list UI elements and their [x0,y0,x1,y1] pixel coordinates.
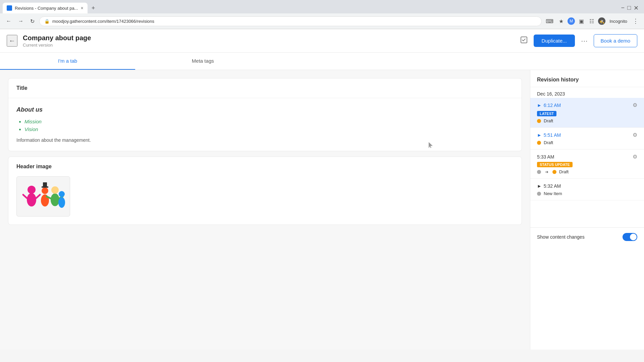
status-dot-1 [537,119,541,123]
revision-status-1: Draft [537,118,637,123]
svg-point-2 [28,186,36,194]
back-nav-button[interactable]: ← [7,35,17,47]
revision-time-1[interactable]: ► 6:12 AM [537,103,561,108]
revision-status-4: New Item [537,191,637,196]
status-update-badge: STATUS UPDATE [537,162,573,167]
svg-point-10 [51,186,59,194]
tab-meta-tags[interactable]: Meta tags [135,53,270,70]
image-area [8,176,522,225]
tab-im-a-tab[interactable]: I'm a tab [0,53,135,70]
lock-icon: 🔒 [44,19,50,24]
task-icon-button[interactable] [518,34,530,47]
header-image-card: Header image [8,157,522,225]
restore-button[interactable]: □ [627,4,631,12]
browser-chrome: Revisions - Company about pa... × + − □ … [0,0,644,29]
svg-point-9 [51,193,59,206]
gear-icon-2[interactable]: ⚙ [633,132,637,138]
toggle-track [623,233,637,241]
show-changes-row: Show content changes [530,227,644,246]
latest-badge: LATEST [537,111,556,116]
chevron-right-icon-4: ► [537,183,542,189]
header-actions: Duplicate... ⋯ Book a demo [518,34,637,47]
svg-point-1 [27,193,36,206]
status-from-dot-3 [537,170,541,174]
more-options-button[interactable]: ⋯ [579,35,590,47]
revision-time-2[interactable]: ► 5:51 AM [537,132,561,138]
revision-row-4: ► 5:32 AM ⚙ [537,183,637,189]
revision-row-1: ► 6:12 AM ⚙ [537,102,637,108]
revision-badge-3: STATUS UPDATE [537,162,637,167]
address-bar[interactable]: 🔒 moodjoy.gathercontent.com/item/1742306… [39,16,542,26]
url-text: moodjoy.gathercontent.com/item/17423066/… [52,19,154,24]
minimize-button[interactable]: − [621,4,625,12]
status-to-dot-3 [552,170,556,174]
about-us-heading: About us [16,106,514,113]
forward-button[interactable]: → [16,17,25,25]
list-item-vision: Vision [24,126,514,132]
svg-point-6 [42,187,48,194]
status-dot-4 [537,192,541,196]
revision-item-4: ► 5:32 AM ⚙ New Item [530,179,644,200]
revision-meta-1: LATEST [537,111,637,116]
svg-line-3 [23,195,27,198]
page-title-area: Company about page Current version [23,34,513,48]
revision-row-3: 5:33 AM ⚙ [537,154,637,160]
app-tabs: I'm a tab Meta tags [0,53,644,70]
new-tab-button[interactable]: + [89,3,98,13]
revision-date: Dec 16, 2023 [530,87,644,98]
svg-point-14 [59,191,65,197]
revision-status-3: ➔ Draft [537,169,637,174]
tab-close-button[interactable]: × [81,5,84,11]
gear-icon-1[interactable]: ⚙ [633,102,637,108]
bookmark-icon[interactable]: ★ [557,17,565,26]
about-us-body: About us Mission Vision Information abou… [8,98,522,151]
tab-title: Revisions - Company about pa... [15,6,78,11]
app-header: ← Company about page Current version Dup… [0,29,644,53]
show-changes-toggle[interactable] [623,233,637,241]
management-text: Information about the management. [16,137,514,143]
status-label-1: Draft [544,118,553,123]
arrow-right-icon: ➔ [545,170,548,174]
menu-icon[interactable]: ⋮ [631,16,640,26]
title-card: Title About us Mission Vision Informatio… [8,78,522,151]
back-button[interactable]: ← [4,17,13,25]
revision-item-1: ► 6:12 AM ⚙ LATEST Draft [530,98,644,128]
revision-sidebar: Revision history Dec 16, 2023 ► 6:12 AM … [530,70,644,350]
show-changes-label: Show content changes [537,234,585,240]
chevron-right-icon-2: ► [537,132,542,138]
incognito-label: Incognito [608,17,629,25]
revision-status-2: Draft [537,140,637,145]
chevron-right-icon-1: ► [537,103,542,108]
sidebar-toggle-icon[interactable]: ☷ [588,17,595,26]
status-label-3: Draft [559,169,569,174]
svg-point-13 [58,197,65,208]
svg-rect-8 [43,182,47,187]
browser-tabs: Revisions - Company about pa... × + − □ … [0,0,644,13]
image-figures [20,180,67,213]
about-us-list: Mission Vision [24,119,514,132]
extensions-puzzle-icon[interactable]: ▣ [578,17,585,26]
gear-icon-3[interactable]: ⚙ [633,154,637,160]
incognito-icon[interactable]: 🕵 [598,17,605,25]
book-demo-button[interactable]: Book a demo [594,34,637,47]
extensions-icon[interactable]: ⌨ [544,17,555,26]
content-area: Title About us Mission Vision Informatio… [0,70,530,350]
page-subtitle: Current version [23,43,513,48]
refresh-button[interactable]: ↻ [28,17,37,26]
profile-icon[interactable]: M [568,17,575,25]
page-title: Company about page [23,34,513,42]
revision-item-3: 5:33 AM ⚙ STATUS UPDATE ➔ Draft [530,149,644,179]
duplicate-button[interactable]: Duplicate... [534,35,575,47]
image-placeholder[interactable] [16,176,70,217]
revision-time-4[interactable]: ► 5:32 AM [537,183,561,189]
list-item-mission: Mission [24,119,514,124]
toggle-thumb [630,234,637,240]
revision-row-2: ► 5:51 AM ⚙ [537,132,637,138]
revision-time-3[interactable]: 5:33 AM [537,154,554,160]
active-tab[interactable]: Revisions - Company about pa... × [3,3,88,13]
title-card-header: Title [8,78,522,98]
status-label-4: New Item [544,191,562,196]
close-window-button[interactable]: ✕ [634,4,639,12]
tab-favicon [7,5,12,11]
main-area: Title About us Mission Vision Informatio… [0,70,644,350]
